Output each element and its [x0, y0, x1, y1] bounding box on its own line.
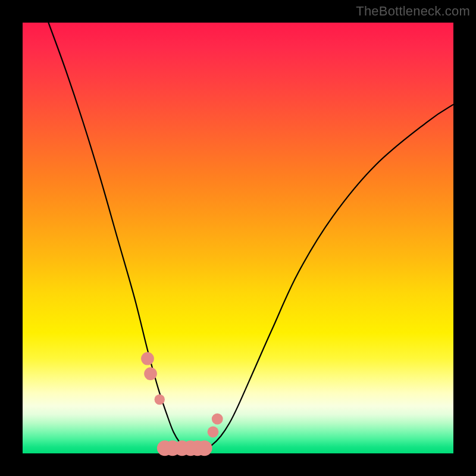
- chart-frame: TheBottleneck.com: [0, 0, 476, 476]
- highlight-marker: [144, 367, 157, 380]
- plot-area: [23, 23, 453, 453]
- highlight-marker: [141, 352, 154, 365]
- bottleneck-curve: [48, 23, 453, 450]
- highlight-marker: [196, 440, 212, 456]
- highlight-markers: [141, 352, 223, 456]
- highlight-marker: [155, 394, 165, 405]
- watermark-text: TheBottleneck.com: [356, 4, 470, 19]
- curve-layer: [23, 23, 453, 453]
- highlight-marker: [212, 414, 223, 425]
- highlight-marker: [208, 426, 219, 437]
